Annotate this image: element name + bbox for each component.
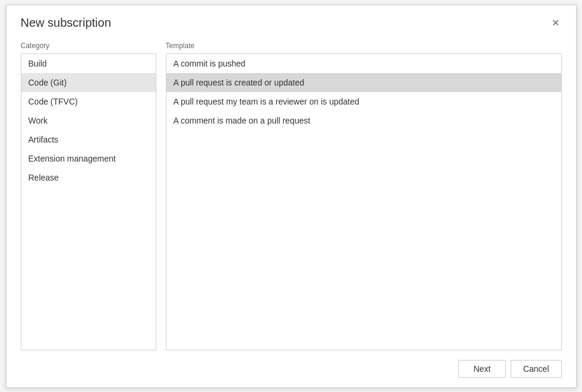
template-list: A commit is pushedA pull request is crea… <box>166 53 562 350</box>
template-item-pull-request-reviewer[interactable]: A pull request my team is a reviewer on … <box>166 92 561 111</box>
columns-container: BuildCode (Git)Code (TFVC)WorkArtifactsE… <box>21 53 562 350</box>
dialog-header: New subscription ✕ <box>7 5 576 37</box>
next-button[interactable]: Next <box>458 360 506 378</box>
category-column-header: Category <box>21 42 156 50</box>
dialog-body: Category Template BuildCode (Git)Code (T… <box>7 37 576 350</box>
template-item-commit-pushed[interactable]: A commit is pushed <box>166 54 561 73</box>
dialog-title: New subscription <box>21 16 111 30</box>
category-item-code-git[interactable]: Code (Git) <box>21 73 156 92</box>
category-item-code-tfvc[interactable]: Code (TFVC) <box>21 92 156 111</box>
template-column-header: Template <box>166 42 562 50</box>
category-item-release[interactable]: Release <box>21 168 156 187</box>
category-item-extension-management[interactable]: Extension management <box>21 149 156 168</box>
cancel-button[interactable]: Cancel <box>511 360 562 378</box>
close-button[interactable]: ✕ <box>550 17 562 29</box>
category-item-work[interactable]: Work <box>21 111 156 130</box>
new-subscription-dialog: New subscription ✕ Category Template Bui… <box>6 5 577 388</box>
template-item-comment-pull-request[interactable]: A comment is made on a pull request <box>166 111 561 130</box>
category-item-artifacts[interactable]: Artifacts <box>21 130 156 149</box>
column-headers: Category Template <box>21 37 562 53</box>
dialog-footer: Next Cancel <box>7 350 576 387</box>
category-item-build[interactable]: Build <box>21 54 156 73</box>
category-list: BuildCode (Git)Code (TFVC)WorkArtifactsE… <box>21 53 156 350</box>
template-item-pull-request-created[interactable]: A pull request is created or updated <box>166 73 561 92</box>
